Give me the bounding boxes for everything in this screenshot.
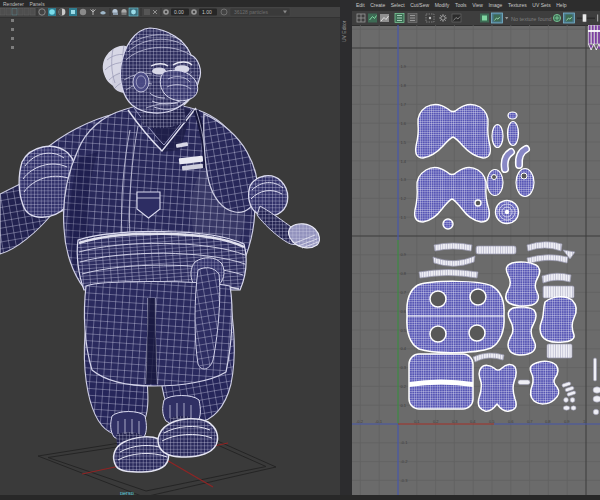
svg-text:0.5: 0.5: [489, 419, 495, 424]
svg-text:0.1: 0.1: [401, 403, 407, 408]
svg-text:1.5: 1.5: [401, 140, 407, 145]
svg-text:0.4: 0.4: [470, 419, 476, 424]
svg-text:0.7: 0.7: [401, 290, 407, 295]
svg-text:0.1: 0.1: [414, 419, 420, 424]
svg-text:1.8: 1.8: [401, 83, 407, 88]
svg-text:0.9: 0.9: [564, 419, 570, 424]
svg-text:-0.1: -0.1: [375, 419, 383, 424]
svg-text:-0.2: -0.2: [356, 419, 364, 424]
svg-text:1.2: 1.2: [401, 196, 407, 201]
svg-text:-0.3: -0.3: [401, 478, 409, 483]
svg-text:-0.2: -0.2: [401, 459, 409, 464]
svg-text:0.2: 0.2: [433, 419, 439, 424]
svg-text:0.6: 0.6: [401, 309, 407, 314]
svg-text:1.6: 1.6: [401, 121, 407, 126]
svg-text:0.4: 0.4: [401, 346, 407, 351]
svg-text:1.7: 1.7: [401, 102, 407, 107]
svg-text:0.8: 0.8: [545, 419, 551, 424]
svg-text:0.7: 0.7: [527, 419, 533, 424]
svg-text:0.3: 0.3: [452, 419, 458, 424]
svg-text:0.6: 0.6: [508, 419, 514, 424]
svg-text:1.4: 1.4: [401, 159, 407, 164]
svg-text:0.8: 0.8: [401, 271, 407, 276]
svg-text:0.2: 0.2: [401, 384, 407, 389]
svg-text:0.5: 0.5: [401, 328, 407, 333]
svg-text:No texture found: No texture found: [511, 16, 552, 22]
svg-text:0.3: 0.3: [401, 365, 407, 370]
svg-text:1.1: 1.1: [401, 215, 407, 220]
svg-text:1.9: 1.9: [401, 64, 407, 69]
svg-text:1.3: 1.3: [401, 177, 407, 182]
svg-text:0.9: 0.9: [401, 252, 407, 257]
svg-text:-0.1: -0.1: [401, 440, 409, 445]
